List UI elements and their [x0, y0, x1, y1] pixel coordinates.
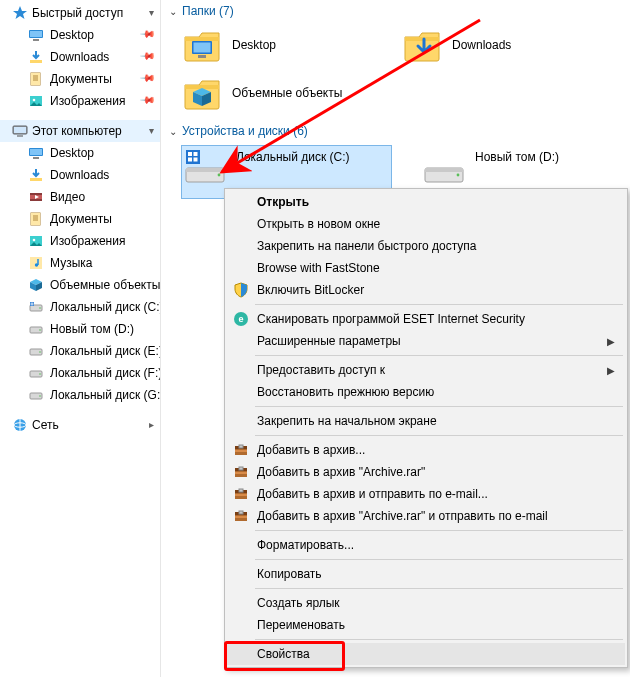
nav-qa-item[interactable]: Desktop📌	[0, 24, 160, 46]
nav-pc-item[interactable]: Видео	[0, 186, 160, 208]
section-title: Устройства и диски (6)	[182, 124, 308, 138]
drive-c-icon	[28, 299, 44, 315]
context-menu-item[interactable]: Расширенные параметры▶	[227, 330, 625, 352]
nav-quick-access-label: Быстрый доступ	[32, 6, 123, 20]
svg-rect-61	[188, 158, 192, 162]
chevron-down-icon: ▾	[149, 7, 154, 18]
menu-item-label: Форматировать...	[257, 538, 354, 552]
svg-rect-77	[235, 472, 247, 474]
desktop-large-icon	[182, 25, 222, 65]
star-icon	[12, 5, 28, 21]
context-menu-item[interactable]: Форматировать...	[227, 534, 625, 556]
menu-item-label: Свойства	[257, 647, 310, 661]
nav-network-header[interactable]: Сеть ▸	[0, 414, 160, 436]
rar-icon	[233, 464, 249, 480]
svg-rect-30	[30, 257, 42, 269]
context-menu-item[interactable]: Закрепить на начальном экране	[227, 410, 625, 432]
nav-item-label: Локальный диск (F:)	[50, 366, 160, 380]
menu-separator	[255, 406, 623, 407]
nav-item-label: Downloads	[50, 50, 109, 64]
nav-pc-item[interactable]: Новый том (D:)	[0, 318, 160, 340]
nav-pc-item[interactable]: Desktop	[0, 142, 160, 164]
drive-icon	[28, 343, 44, 359]
folder-label: Объемные объекты	[232, 86, 342, 100]
nav-qa-item[interactable]: Downloads📌	[0, 46, 160, 68]
nav-qa-item[interactable]: Изображения📌	[0, 90, 160, 112]
svg-rect-67	[425, 168, 463, 172]
document-icon	[28, 211, 44, 227]
pictures-icon	[28, 93, 44, 109]
svg-text:e: e	[238, 314, 243, 324]
section-header-folders[interactable]: ⌄ Папки (7)	[164, 0, 630, 22]
menu-separator	[255, 355, 623, 356]
nav-pc-item[interactable]: Музыка	[0, 252, 160, 274]
context-menu-item[interactable]: Копировать	[227, 563, 625, 585]
submenu-arrow-icon: ▶	[607, 365, 615, 376]
nav-item-label: Изображения	[50, 234, 125, 248]
nav-pc-item[interactable]: Локальный диск (G:)	[0, 384, 160, 406]
folder-label: Desktop	[232, 38, 276, 52]
context-menu-item[interactable]: Восстановить прежнюю версию	[227, 381, 625, 403]
desktop-icon	[28, 145, 44, 161]
svg-rect-59	[188, 152, 192, 156]
section-title: Папки (7)	[182, 4, 234, 18]
context-menu-item[interactable]: Browse with FastStone	[227, 257, 625, 279]
context-menu-item[interactable]: Открыть в новом окне	[227, 213, 625, 235]
menu-item-label: Открыть	[257, 195, 309, 209]
menu-item-label: Закрепить на панели быстрого доступа	[257, 239, 477, 253]
menu-separator	[255, 530, 623, 531]
svg-rect-82	[239, 489, 243, 492]
nav-item-label: Локальный диск (G:)	[50, 388, 160, 402]
svg-rect-14	[17, 135, 23, 137]
svg-rect-21	[30, 199, 42, 201]
nav-pc-item[interactable]: Локальный диск (C:)	[0, 296, 160, 318]
nav-pc-item[interactable]: Локальный диск (F:)	[0, 362, 160, 384]
section-header-drives[interactable]: ⌄ Устройства и диски (6)	[164, 120, 630, 142]
svg-rect-81	[235, 494, 247, 496]
chevron-down-icon: ▾	[149, 125, 154, 136]
folder-label: Downloads	[452, 38, 511, 52]
nav-network-label: Сеть	[32, 418, 59, 432]
context-menu-item[interactable]: Включить BitLocker	[227, 279, 625, 301]
context-menu-item[interactable]: eСканировать программой ESET Internet Se…	[227, 308, 625, 330]
nav-pc-item[interactable]: Локальный диск (E:)	[0, 340, 160, 362]
folder-tile[interactable]: Desktop	[182, 24, 392, 66]
context-menu-item[interactable]: Переименовать	[227, 614, 625, 636]
menu-item-label: Открыть в новом окне	[257, 217, 380, 231]
context-menu-item[interactable]: Добавить в архив "Archive.rar"	[227, 461, 625, 483]
download-icon	[28, 167, 44, 183]
folder-tile[interactable]: Объемные объекты	[182, 72, 392, 114]
context-menu-item[interactable]: Свойства	[227, 643, 625, 665]
chevron-down-icon: ⌄	[166, 4, 180, 18]
context-menu-item[interactable]: Открыть	[227, 191, 625, 213]
context-menu-item[interactable]: Добавить в архив "Archive.rar" и отправи…	[227, 505, 625, 527]
context-menu-item[interactable]: Закрепить на панели быстрого доступа	[227, 235, 625, 257]
nav-item-label: Локальный диск (C:)	[50, 300, 160, 314]
nav-pc-item[interactable]: Изображения	[0, 230, 160, 252]
svg-rect-24	[31, 213, 40, 225]
svg-rect-39	[32, 303, 33, 304]
menu-separator	[255, 588, 623, 589]
nav-pc-item[interactable]: Downloads	[0, 164, 160, 186]
svg-rect-41	[32, 304, 33, 305]
context-menu-item[interactable]: Предоставить доступ к▶	[227, 359, 625, 381]
folder-tile[interactable]: Downloads	[402, 24, 612, 66]
menu-separator	[255, 559, 623, 560]
nav-item-label: Локальный диск (E:)	[50, 344, 160, 358]
desktop-icon	[28, 27, 44, 43]
nav-this-pc-header[interactable]: Этот компьютер ▾	[0, 120, 160, 142]
svg-rect-54	[198, 55, 206, 58]
nav-pane: Быстрый доступ ▾ Desktop📌Downloads📌Докум…	[0, 0, 161, 677]
svg-rect-6	[31, 73, 40, 85]
svg-rect-78	[239, 467, 243, 470]
nav-pc-item[interactable]: Объемные объекты	[0, 274, 160, 296]
context-menu-item[interactable]: Добавить в архив и отправить по e-mail..…	[227, 483, 625, 505]
svg-point-47	[39, 373, 41, 375]
svg-rect-4	[30, 60, 42, 63]
nav-qa-item[interactable]: Документы📌	[0, 68, 160, 90]
context-menu-item[interactable]: Добавить в архив...	[227, 439, 625, 461]
nav-quick-access-header[interactable]: Быстрый доступ ▾	[0, 2, 160, 24]
svg-rect-17	[33, 157, 39, 159]
nav-pc-item[interactable]: Документы	[0, 208, 160, 230]
context-menu-item[interactable]: Создать ярлык	[227, 592, 625, 614]
